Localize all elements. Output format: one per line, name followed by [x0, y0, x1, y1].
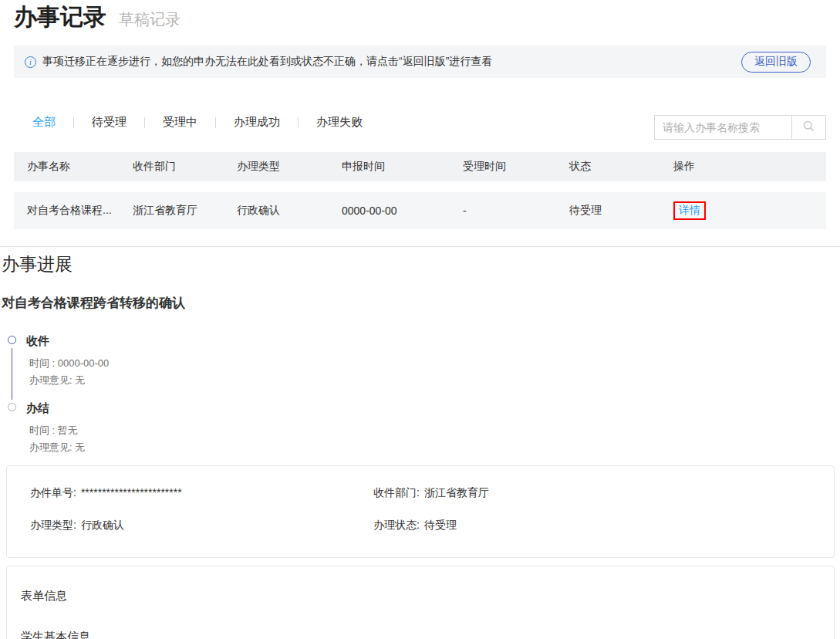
timeline-step-receive: 收件 时间 : 0000-00-00 办理意见: 无 — [8, 335, 840, 402]
migration-notice-banner: i 事项迁移正在逐步进行，如您的申办无法在此处看到或状态不正确，请点击“返回旧版… — [14, 46, 826, 78]
step-time: 时间 : 0000-00-00 — [29, 355, 840, 372]
tab-accepting[interactable]: 受理中 — [163, 115, 197, 130]
records-list-section: 办事记录 草稿记录 i 事项迁移正在逐步进行，如您的申办无法在此处看到或状态不正… — [0, 0, 840, 229]
step-label: 办结 — [26, 402, 840, 414]
table-row: 对自考合格课程... 浙江省教育厅 行政确认 0000-00-00 - 待受理 … — [14, 192, 826, 229]
col-header-name: 办事名称 — [27, 160, 133, 174]
cell-type: 行政确认 — [237, 204, 342, 218]
summary-status: 办理状态:待受理 — [373, 519, 834, 532]
col-header-action: 操作 — [673, 160, 826, 174]
form-info-title: 表单信息 — [21, 589, 834, 604]
summary-type: 办理类型:行政确认 — [30, 519, 373, 532]
summary-value: 浙江省教育厅 — [424, 486, 489, 499]
cell-department: 浙江省教育厅 — [133, 204, 237, 218]
timeline-step-complete: 办结 时间 : 暂无 办理意见: 无 — [8, 402, 840, 456]
cell-name: 对自考合格课程... — [27, 204, 133, 218]
tab-pending-acceptance[interactable]: 待受理 — [92, 115, 127, 130]
step-dot-icon — [8, 336, 16, 344]
service-records-page: 办事记录 草稿记录 i 事项迁移正在逐步进行，如您的申办无法在此处看到或状态不正… — [0, 0, 840, 639]
step-opinion: 办理意见: 无 — [29, 372, 840, 389]
banner-text: 事项迁移正在逐步进行，如您的申办无法在此处看到或状态不正确，请点击“返回旧版”进… — [42, 55, 492, 69]
annotation-highlight-box: 详情 — [673, 201, 706, 220]
summary-label: 办件单号: — [30, 486, 76, 499]
records-table: 办事名称 收件部门 办理类型 申报时间 受理时间 状态 操作 对自考合格课程..… — [14, 152, 826, 229]
summary-value: ************************ — [81, 486, 182, 499]
title-row: 办事记录 草稿记录 — [14, 0, 826, 33]
banner-message: i 事项迁移正在逐步进行，如您的申办无法在此处看到或状态不正确，请点击“返回旧版… — [25, 55, 492, 69]
toolbar: 全部 待受理 受理中 办理成功 办理失败 — [14, 109, 826, 140]
search-button[interactable] — [791, 115, 826, 140]
col-header-type: 办理类型 — [237, 160, 342, 174]
return-old-version-button[interactable]: 返回旧版 — [741, 52, 811, 73]
summary-label: 办理类型: — [30, 519, 76, 531]
step-dot-icon — [8, 403, 16, 411]
tab-divider — [144, 117, 145, 128]
col-header-apply-time: 申报时间 — [342, 160, 463, 174]
step-details: 时间 : 暂无 办理意见: 无 — [29, 422, 840, 456]
tab-success[interactable]: 办理成功 — [234, 115, 280, 130]
col-header-status: 状态 — [569, 160, 673, 174]
draft-records-link[interactable]: 草稿记录 — [119, 9, 180, 30]
summary-value: 行政确认 — [81, 519, 124, 531]
tab-failed[interactable]: 办理失败 — [316, 115, 363, 130]
table-header-row: 办事名称 收件部门 办理类型 申报时间 受理时间 状态 操作 — [14, 152, 826, 181]
page-title: 办事记录 — [14, 2, 106, 33]
step-details: 时间 : 0000-00-00 办理意见: 无 — [29, 355, 840, 402]
status-filter-tabs: 全部 待受理 受理中 办理成功 办理失败 — [14, 109, 363, 130]
col-header-department: 收件部门 — [133, 160, 237, 174]
step-time: 时间 : 暂无 — [29, 422, 840, 439]
tab-divider — [73, 117, 74, 128]
search-icon — [802, 120, 815, 135]
tab-all[interactable]: 全部 — [32, 115, 56, 130]
info-icon: i — [25, 56, 36, 68]
summary-label: 办理状态: — [373, 519, 420, 531]
student-basic-info-title: 学生基本信息 — [21, 630, 834, 639]
cell-accept-time: - — [463, 205, 569, 217]
cell-status: 待受理 — [569, 204, 673, 218]
form-info-card: 表单信息 学生基本信息 — [6, 566, 835, 639]
tab-divider — [298, 117, 299, 128]
matter-title: 对自考合格课程跨省转移的确认 — [2, 294, 840, 312]
detail-link[interactable]: 详情 — [679, 204, 700, 216]
step-opinion: 办理意见: 无 — [29, 439, 840, 456]
summary-department: 收件部门:浙江省教育厅 — [373, 486, 834, 500]
progress-detail-section: 办事进展 对自考合格课程跨省转移的确认 收件 时间 : 0000-00-00 办… — [0, 246, 840, 639]
step-label: 收件 — [26, 335, 840, 347]
cell-apply-time: 0000-00-00 — [342, 205, 463, 217]
summary-value: 待受理 — [424, 519, 457, 531]
summary-order-number: 办件单号:************************ — [30, 486, 373, 500]
search-box — [654, 115, 826, 140]
search-input[interactable] — [654, 115, 791, 140]
progress-section-title: 办事进展 — [2, 252, 840, 276]
summary-label: 收件部门: — [373, 486, 420, 499]
case-summary-card: 办件单号:************************ 收件部门:浙江省教育… — [6, 465, 835, 558]
progress-timeline: 收件 时间 : 0000-00-00 办理意见: 无 办结 时间 : 暂无 办理… — [8, 335, 840, 456]
tab-divider — [215, 117, 216, 128]
col-header-accept-time: 受理时间 — [463, 160, 569, 174]
